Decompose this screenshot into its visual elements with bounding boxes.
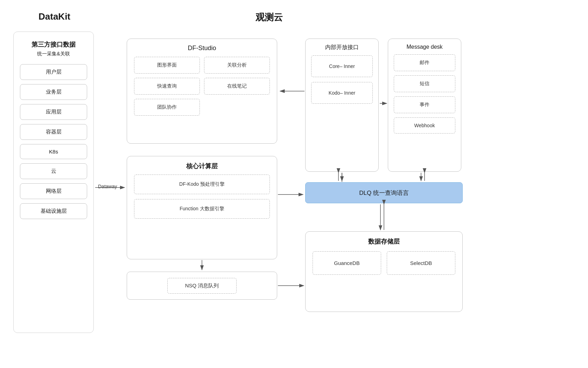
layer-item: 容器层 <box>20 124 87 140</box>
dlq-box: DLQ 统一查询语言 <box>305 182 463 203</box>
df-studio-title: DF-Studio <box>127 39 277 55</box>
storage-box: 数据存储层 GuanceDBSelectDB <box>305 231 463 312</box>
layer-item: 应用层 <box>20 104 87 120</box>
layer-item: 网络层 <box>20 183 87 199</box>
inner-api-item: Kodo– Inner <box>311 82 373 104</box>
dfs-item: 团队协作 <box>134 99 200 116</box>
message-desk-box: Message desk 邮件短信事件Webhook <box>388 39 461 172</box>
message-desk-item: 邮件 <box>394 54 455 71</box>
message-desk-item: 短信 <box>394 75 455 92</box>
left-panel-subtitle: 统一采集&关联 <box>20 51 87 57</box>
layer-item: 云 <box>20 163 87 179</box>
message-desk-item: 事件 <box>394 96 455 113</box>
left-panel-title: 第三方接口数据 <box>20 40 87 49</box>
core-compute-item: DF-Kodo 预处理引擎 <box>134 175 270 194</box>
core-compute-box: 核心计算层 DF-Kodo 预处理引擎Function 大数据引擎 <box>127 156 277 259</box>
dfs-item: 在线笔记 <box>204 78 270 95</box>
layer-item: K8s <box>20 144 87 159</box>
storage-item: SelectDB <box>387 251 455 275</box>
layer-item: 用户层 <box>20 64 87 80</box>
message-desk-item: Webhook <box>394 117 455 134</box>
title-guanceyun: 观测云 <box>255 11 283 23</box>
inner-api-item: Core– Inner <box>311 55 373 77</box>
df-studio-box: DF-Studio 图形界面关联分析快速查询在线笔记团队协作 <box>127 39 277 144</box>
dfs-item: 关联分析 <box>204 57 270 74</box>
core-compute-item: Function 大数据引擎 <box>134 199 270 219</box>
left-panel: 第三方接口数据 统一采集&关联 用户层业务层应用层容器层K8s云网络层基础设施层 <box>13 32 94 333</box>
nsq-inner: NSQ 消息队列 <box>167 278 237 294</box>
dlq-label: DLQ 统一查询语言 <box>359 189 409 197</box>
title-datakit: DataKit <box>38 11 70 22</box>
inner-api-title: 内部开放接口 <box>306 39 378 55</box>
dfs-item: 快速查询 <box>134 78 200 95</box>
storage-title: 数据存储层 <box>306 232 462 251</box>
dfs-item: 图形界面 <box>134 57 200 74</box>
message-desk-title: Message desk <box>388 39 461 54</box>
nsq-box: NSQ 消息队列 <box>127 272 277 300</box>
layer-item: 业务层 <box>20 84 87 100</box>
storage-item: GuanceDB <box>313 251 381 275</box>
layer-item: 基础设施层 <box>20 203 87 219</box>
inner-api-box: 内部开放接口 Core– InnerKodo– Inner <box>305 39 379 172</box>
dataway-label: Dataway <box>98 184 117 189</box>
core-compute-title: 核心计算层 <box>127 156 277 175</box>
